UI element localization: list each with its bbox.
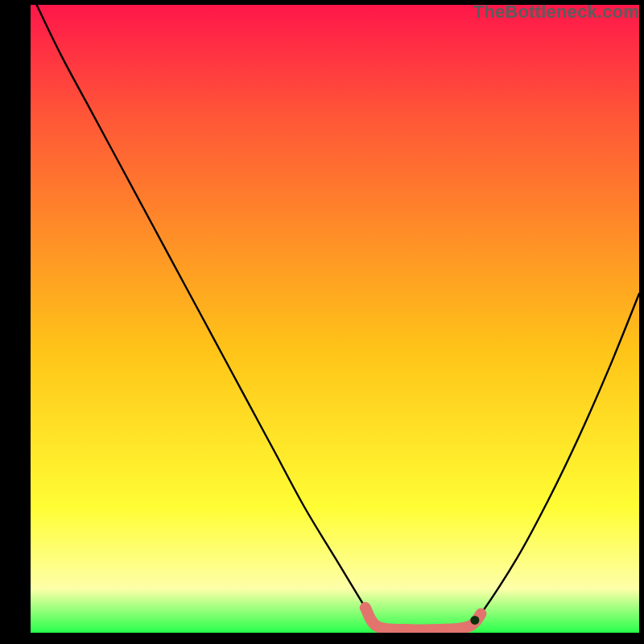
chart-frame: TheBottleneck.com	[0, 0, 644, 644]
bottleneck-curve	[37, 5, 639, 630]
marker-dot	[470, 616, 479, 625]
curve-layer	[31, 5, 639, 633]
optimal-range-highlight	[365, 608, 481, 630]
watermark-text: TheBottleneck.com	[473, 2, 639, 23]
plot-area	[31, 5, 639, 633]
